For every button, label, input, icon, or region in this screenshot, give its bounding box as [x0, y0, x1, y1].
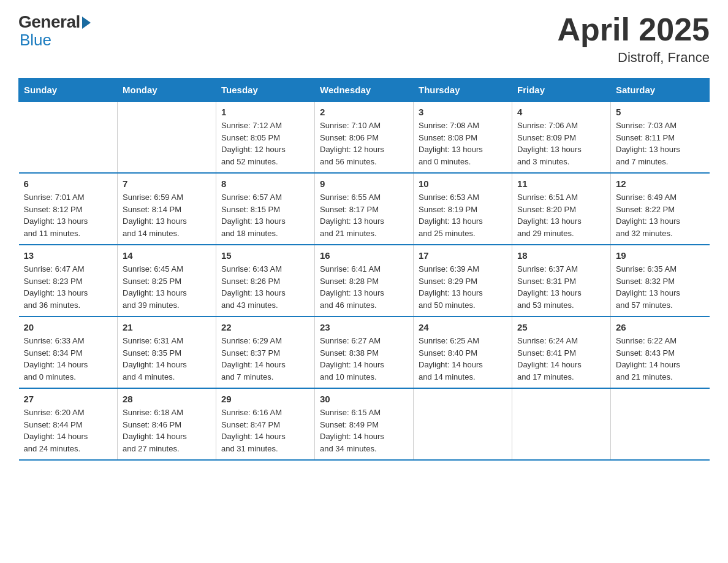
day-cell: 4Sunrise: 7:06 AMSunset: 8:09 PMDaylight… [512, 102, 611, 174]
day-cell [512, 388, 611, 460]
day-info: Sunrise: 6:49 AMSunset: 8:22 PMDaylight:… [616, 191, 705, 239]
header-cell-sunday: Sunday [19, 79, 118, 102]
day-info: Sunrise: 6:27 AMSunset: 8:38 PMDaylight:… [320, 335, 408, 383]
header-cell-tuesday: Tuesday [216, 79, 315, 102]
day-info: Sunrise: 6:33 AMSunset: 8:34 PMDaylight:… [24, 335, 113, 383]
day-number: 3 [419, 107, 507, 117]
week-row-4: 20Sunrise: 6:33 AMSunset: 8:34 PMDayligh… [19, 316, 710, 388]
page-header: General Blue April 2025 Distroff, France [18, 12, 710, 66]
day-number: 14 [123, 250, 211, 261]
day-info: Sunrise: 6:59 AMSunset: 8:14 PMDaylight:… [123, 191, 211, 239]
day-number: 28 [123, 394, 211, 404]
day-number: 8 [221, 178, 309, 189]
day-number: 12 [616, 178, 705, 189]
day-info: Sunrise: 6:43 AMSunset: 8:26 PMDaylight:… [221, 263, 309, 311]
day-number: 11 [517, 178, 605, 189]
day-number: 27 [24, 394, 113, 404]
day-cell: 20Sunrise: 6:33 AMSunset: 8:34 PMDayligh… [19, 316, 118, 388]
day-cell: 12Sunrise: 6:49 AMSunset: 8:22 PMDayligh… [611, 173, 710, 245]
day-cell: 14Sunrise: 6:45 AMSunset: 8:25 PMDayligh… [118, 245, 216, 316]
day-info: Sunrise: 6:53 AMSunset: 8:19 PMDaylight:… [419, 191, 507, 239]
week-row-1: 1Sunrise: 7:12 AMSunset: 8:05 PMDaylight… [19, 102, 710, 174]
day-cell: 16Sunrise: 6:41 AMSunset: 8:28 PMDayligh… [315, 245, 414, 316]
day-cell: 15Sunrise: 6:43 AMSunset: 8:26 PMDayligh… [216, 245, 315, 316]
day-number: 2 [320, 107, 408, 117]
day-info: Sunrise: 7:06 AMSunset: 8:09 PMDaylight:… [517, 120, 605, 167]
day-cell [118, 102, 216, 174]
day-number: 30 [320, 394, 408, 404]
calendar-title: April 2025 [557, 12, 710, 47]
day-cell: 1Sunrise: 7:12 AMSunset: 8:05 PMDaylight… [216, 102, 315, 174]
day-info: Sunrise: 6:41 AMSunset: 8:28 PMDaylight:… [320, 263, 408, 311]
day-cell: 11Sunrise: 6:51 AMSunset: 8:20 PMDayligh… [512, 173, 611, 245]
day-cell: 9Sunrise: 6:55 AMSunset: 8:17 PMDaylight… [315, 173, 414, 245]
day-number: 10 [419, 178, 507, 189]
day-cell: 22Sunrise: 6:29 AMSunset: 8:37 PMDayligh… [216, 316, 315, 388]
week-row-3: 13Sunrise: 6:47 AMSunset: 8:23 PMDayligh… [19, 245, 710, 316]
day-number: 1 [221, 107, 309, 117]
day-info: Sunrise: 7:10 AMSunset: 8:06 PMDaylight:… [320, 120, 408, 167]
day-cell: 27Sunrise: 6:20 AMSunset: 8:44 PMDayligh… [19, 388, 118, 460]
day-number: 7 [123, 178, 211, 189]
day-number: 22 [221, 322, 309, 332]
day-cell: 18Sunrise: 6:37 AMSunset: 8:31 PMDayligh… [512, 245, 611, 316]
logo-general-text: General [18, 12, 80, 32]
day-info: Sunrise: 6:18 AMSunset: 8:46 PMDaylight:… [123, 407, 211, 454]
day-cell: 17Sunrise: 6:39 AMSunset: 8:29 PMDayligh… [414, 245, 512, 316]
header-cell-thursday: Thursday [414, 79, 512, 102]
day-cell: 21Sunrise: 6:31 AMSunset: 8:35 PMDayligh… [118, 316, 216, 388]
header-cell-saturday: Saturday [611, 79, 710, 102]
day-number: 26 [616, 322, 705, 332]
day-info: Sunrise: 7:12 AMSunset: 8:05 PMDaylight:… [221, 120, 309, 167]
day-cell: 29Sunrise: 6:16 AMSunset: 8:47 PMDayligh… [216, 388, 315, 460]
day-info: Sunrise: 6:31 AMSunset: 8:35 PMDaylight:… [123, 335, 211, 383]
calendar-table: SundayMondayTuesdayWednesdayThursdayFrid… [18, 78, 710, 461]
day-number: 19 [616, 250, 705, 261]
day-cell [19, 102, 118, 174]
calendar-location: Distroff, France [557, 50, 710, 66]
day-info: Sunrise: 6:35 AMSunset: 8:32 PMDaylight:… [616, 263, 705, 311]
day-cell: 26Sunrise: 6:22 AMSunset: 8:43 PMDayligh… [611, 316, 710, 388]
day-info: Sunrise: 6:47 AMSunset: 8:23 PMDaylight:… [24, 263, 113, 311]
day-info: Sunrise: 6:24 AMSunset: 8:41 PMDaylight:… [517, 335, 605, 383]
day-info: Sunrise: 6:22 AMSunset: 8:43 PMDaylight:… [616, 335, 705, 383]
day-info: Sunrise: 7:08 AMSunset: 8:08 PMDaylight:… [419, 120, 507, 167]
day-cell [611, 388, 710, 460]
day-info: Sunrise: 6:37 AMSunset: 8:31 PMDaylight:… [517, 263, 605, 311]
day-number: 20 [24, 322, 113, 332]
day-cell: 8Sunrise: 6:57 AMSunset: 8:15 PMDaylight… [216, 173, 315, 245]
day-info: Sunrise: 7:03 AMSunset: 8:11 PMDaylight:… [616, 120, 705, 167]
day-info: Sunrise: 6:16 AMSunset: 8:47 PMDaylight:… [221, 407, 309, 454]
day-cell: 3Sunrise: 7:08 AMSunset: 8:08 PMDaylight… [414, 102, 512, 174]
day-number: 16 [320, 250, 408, 261]
day-cell: 23Sunrise: 6:27 AMSunset: 8:38 PMDayligh… [315, 316, 414, 388]
logo-blue-text: Blue [20, 31, 51, 50]
day-cell: 10Sunrise: 6:53 AMSunset: 8:19 PMDayligh… [414, 173, 512, 245]
day-number: 6 [24, 178, 113, 189]
header-cell-wednesday: Wednesday [315, 79, 414, 102]
day-info: Sunrise: 6:39 AMSunset: 8:29 PMDaylight:… [419, 263, 507, 311]
day-info: Sunrise: 6:45 AMSunset: 8:25 PMDaylight:… [123, 263, 211, 311]
day-cell: 25Sunrise: 6:24 AMSunset: 8:41 PMDayligh… [512, 316, 611, 388]
day-number: 5 [616, 107, 705, 117]
day-number: 24 [419, 322, 507, 332]
day-number: 25 [517, 322, 605, 332]
day-number: 4 [517, 107, 605, 117]
day-number: 13 [24, 250, 113, 261]
day-info: Sunrise: 6:20 AMSunset: 8:44 PMDaylight:… [24, 407, 113, 454]
day-cell: 24Sunrise: 6:25 AMSunset: 8:40 PMDayligh… [414, 316, 512, 388]
day-info: Sunrise: 6:51 AMSunset: 8:20 PMDaylight:… [517, 191, 605, 239]
day-number: 17 [419, 250, 507, 261]
header-cell-friday: Friday [512, 79, 611, 102]
day-number: 21 [123, 322, 211, 332]
day-cell: 30Sunrise: 6:15 AMSunset: 8:49 PMDayligh… [315, 388, 414, 460]
title-block: April 2025 Distroff, France [557, 12, 710, 66]
header-row: SundayMondayTuesdayWednesdayThursdayFrid… [19, 79, 710, 102]
day-number: 15 [221, 250, 309, 261]
day-cell [414, 388, 512, 460]
day-cell: 2Sunrise: 7:10 AMSunset: 8:06 PMDaylight… [315, 102, 414, 174]
day-cell: 6Sunrise: 7:01 AMSunset: 8:12 PMDaylight… [19, 173, 118, 245]
day-number: 29 [221, 394, 309, 404]
day-number: 18 [517, 250, 605, 261]
day-cell: 13Sunrise: 6:47 AMSunset: 8:23 PMDayligh… [19, 245, 118, 316]
